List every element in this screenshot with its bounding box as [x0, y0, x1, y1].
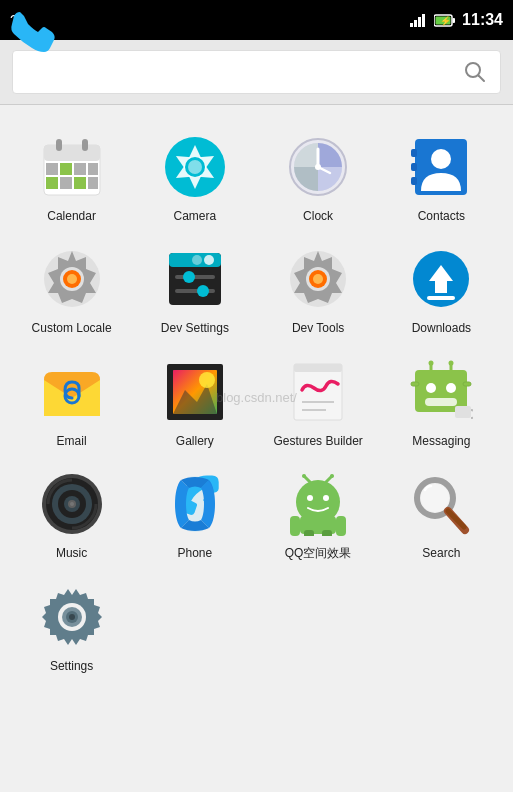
status-bar: ? ⚡ 11:34	[0, 0, 513, 40]
svg-point-101	[69, 614, 75, 620]
dev-settings-icon	[159, 243, 231, 315]
svg-point-73	[449, 360, 454, 365]
app-label-custom-locale: Custom Locale	[32, 321, 112, 335]
downloads-icon	[405, 243, 477, 315]
svg-point-88	[330, 474, 334, 478]
app-label-search: Search	[422, 546, 460, 560]
svg-rect-53	[427, 296, 455, 300]
app-grid-container[interactable]: Calendar	[0, 105, 513, 792]
app-item-gestures-builder[interactable]: Gestures Builder	[257, 346, 380, 458]
app-item-custom-locale[interactable]: Custom Locale	[10, 233, 133, 345]
svg-point-84	[323, 495, 329, 501]
email-icon	[36, 356, 108, 428]
battery-icon: ⚡	[434, 14, 456, 27]
app-item-dev-tools[interactable]: Dev Tools	[257, 233, 380, 345]
phone-icon	[159, 468, 231, 540]
search-icon	[464, 61, 486, 83]
svg-point-83	[307, 495, 313, 501]
app-item-messaging[interactable]: Messaging	[380, 346, 503, 458]
app-label-dev-settings: Dev Settings	[161, 321, 229, 335]
svg-point-81	[70, 502, 74, 506]
svg-point-72	[429, 360, 434, 365]
svg-rect-92	[304, 530, 314, 536]
app-item-music[interactable]: Music	[10, 458, 133, 570]
svg-rect-2	[418, 17, 421, 27]
signal-icon	[410, 13, 428, 27]
app-label-calendar: Calendar	[47, 209, 96, 223]
app-item-gallery[interactable]: Gallery	[133, 346, 256, 458]
app-label-music: Music	[56, 546, 87, 560]
app-label-qq: QQ空间效果	[285, 546, 352, 560]
svg-point-45	[204, 255, 214, 265]
app-label-clock: Clock	[303, 209, 333, 223]
app-item-downloads[interactable]: Downloads	[380, 233, 503, 345]
svg-rect-1	[414, 20, 417, 27]
svg-point-87	[302, 474, 306, 478]
status-right: ⚡ 11:34	[410, 11, 503, 29]
svg-rect-5	[453, 18, 456, 23]
gallery-icon	[159, 356, 231, 428]
svg-point-29	[315, 164, 321, 170]
svg-rect-20	[56, 139, 62, 151]
calendar-icon	[36, 131, 108, 203]
svg-point-42	[183, 271, 195, 283]
svg-rect-91	[336, 516, 346, 536]
svg-rect-18	[74, 177, 86, 189]
clock-icon	[282, 131, 354, 203]
settings-icon	[36, 581, 108, 653]
gestures-builder-icon	[282, 356, 354, 428]
svg-rect-32	[411, 149, 417, 157]
contacts-icon	[405, 131, 477, 203]
svg-point-66	[446, 383, 456, 393]
music-icon	[36, 468, 108, 540]
svg-rect-69	[463, 382, 471, 386]
app-item-camera[interactable]: Camera	[133, 121, 256, 233]
svg-point-38	[67, 274, 77, 284]
svg-rect-21	[82, 139, 88, 151]
custom-locale-icon	[36, 243, 108, 315]
svg-rect-3	[422, 14, 425, 27]
app-item-clock[interactable]: Clock	[257, 121, 380, 233]
app-label-phone: Phone	[178, 546, 213, 560]
svg-rect-16	[46, 177, 58, 189]
app-item-email[interactable]: Email	[10, 346, 133, 458]
app-item-contacts[interactable]: Contacts	[380, 121, 503, 233]
svg-point-50	[313, 274, 323, 284]
app-label-camera: Camera	[174, 209, 217, 223]
svg-line-9	[479, 76, 485, 82]
app-label-settings: Settings	[50, 659, 93, 673]
svg-text:⚡: ⚡	[440, 15, 452, 27]
app-item-qq[interactable]: QQ空间效果	[257, 458, 380, 570]
messaging-icon	[405, 356, 477, 428]
svg-rect-33	[411, 163, 417, 171]
search-app-icon	[405, 468, 477, 540]
svg-rect-14	[74, 163, 86, 175]
svg-rect-68	[411, 382, 419, 386]
svg-rect-11	[44, 145, 100, 161]
app-grid: Calendar	[0, 115, 513, 689]
app-item-dev-settings[interactable]: Dev Settings	[133, 233, 256, 345]
app-item-phone[interactable]: Phone	[133, 458, 256, 570]
app-item-settings[interactable]: Settings	[10, 571, 133, 683]
app-label-contacts: Contacts	[418, 209, 465, 223]
svg-rect-19	[88, 177, 98, 189]
svg-point-59	[199, 372, 215, 388]
svg-point-46	[192, 255, 202, 265]
app-label-email: Email	[57, 434, 87, 448]
app-label-downloads: Downloads	[412, 321, 471, 335]
search-bar-container	[0, 40, 513, 105]
app-item-search[interactable]: Search	[380, 458, 503, 570]
camera-icon	[159, 131, 231, 203]
svg-rect-17	[60, 177, 72, 189]
search-bar[interactable]	[12, 50, 501, 94]
svg-point-24	[188, 160, 202, 174]
svg-point-44	[197, 285, 209, 297]
app-label-gestures-builder: Gestures Builder	[273, 434, 362, 448]
app-label-gallery: Gallery	[176, 434, 214, 448]
svg-rect-12	[46, 163, 58, 175]
svg-rect-61	[294, 364, 342, 372]
app-label-dev-tools: Dev Tools	[292, 321, 344, 335]
svg-point-31	[431, 149, 451, 169]
app-item-calendar[interactable]: Calendar	[10, 121, 133, 233]
dev-tools-icon	[282, 243, 354, 315]
